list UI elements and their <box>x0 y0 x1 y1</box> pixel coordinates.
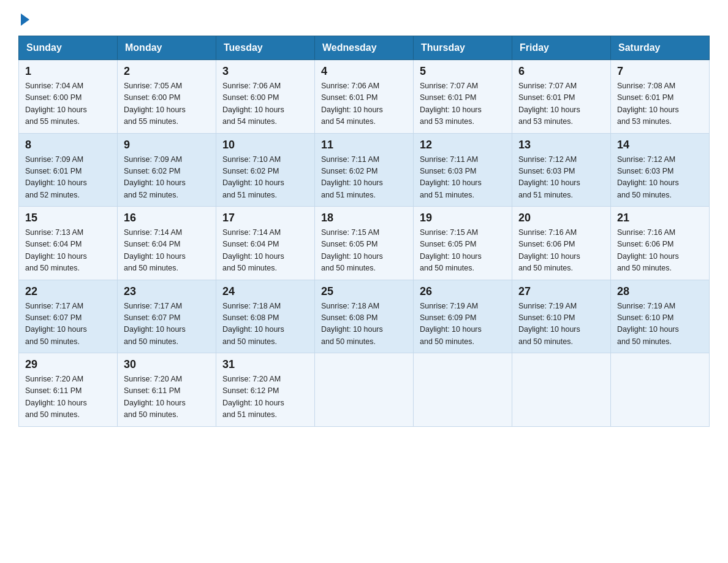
calendar-cell: 20Sunrise: 7:16 AMSunset: 6:06 PMDayligh… <box>512 207 611 280</box>
day-number: 15 <box>25 212 111 224</box>
calendar-cell: 2Sunrise: 7:05 AMSunset: 6:00 PMDaylight… <box>118 60 216 134</box>
page-header <box>18 12 710 23</box>
day-number: 2 <box>124 65 210 78</box>
column-header-saturday: Saturday <box>611 36 710 60</box>
day-info: Sunrise: 7:16 AMSunset: 6:06 PMDaylight:… <box>518 228 580 272</box>
calendar-cell: 9Sunrise: 7:09 AMSunset: 6:02 PMDaylight… <box>118 133 216 207</box>
day-info: Sunrise: 7:20 AMSunset: 6:12 PMDaylight:… <box>222 375 284 419</box>
calendar-cell: 1Sunrise: 7:04 AMSunset: 6:00 PMDaylight… <box>19 60 118 134</box>
calendar-cell: 15Sunrise: 7:13 AMSunset: 6:04 PMDayligh… <box>19 207 118 280</box>
calendar-cell: 18Sunrise: 7:15 AMSunset: 6:05 PMDayligh… <box>315 207 414 280</box>
day-number: 24 <box>222 285 308 298</box>
day-info: Sunrise: 7:10 AMSunset: 6:02 PMDaylight:… <box>222 155 284 199</box>
column-header-friday: Friday <box>512 36 611 60</box>
day-info: Sunrise: 7:20 AMSunset: 6:11 PMDaylight:… <box>25 375 87 419</box>
day-number: 19 <box>420 212 506 224</box>
calendar-cell <box>611 353 710 427</box>
calendar-table: SundayMondayTuesdayWednesdayThursdayFrid… <box>18 36 710 427</box>
day-number: 9 <box>124 139 210 151</box>
calendar-cell: 3Sunrise: 7:06 AMSunset: 6:00 PMDaylight… <box>216 60 315 134</box>
column-header-thursday: Thursday <box>414 36 512 60</box>
day-info: Sunrise: 7:07 AMSunset: 6:01 PMDaylight:… <box>518 82 580 126</box>
day-number: 18 <box>321 212 407 224</box>
day-info: Sunrise: 7:07 AMSunset: 6:01 PMDaylight:… <box>420 82 482 126</box>
column-header-monday: Monday <box>118 36 216 60</box>
day-info: Sunrise: 7:09 AMSunset: 6:01 PMDaylight:… <box>25 155 87 199</box>
calendar-cell: 19Sunrise: 7:15 AMSunset: 6:05 PMDayligh… <box>414 207 512 280</box>
day-info: Sunrise: 7:19 AMSunset: 6:10 PMDaylight:… <box>617 302 679 346</box>
calendar-cell <box>315 353 414 427</box>
day-info: Sunrise: 7:15 AMSunset: 6:05 PMDaylight:… <box>420 228 482 272</box>
day-info: Sunrise: 7:19 AMSunset: 6:10 PMDaylight:… <box>518 302 580 346</box>
calendar-cell: 29Sunrise: 7:20 AMSunset: 6:11 PMDayligh… <box>19 353 118 427</box>
day-number: 28 <box>617 285 703 298</box>
day-info: Sunrise: 7:17 AMSunset: 6:07 PMDaylight:… <box>25 302 87 346</box>
day-number: 23 <box>124 285 210 298</box>
calendar-cell: 7Sunrise: 7:08 AMSunset: 6:01 PMDaylight… <box>611 60 710 134</box>
day-info: Sunrise: 7:09 AMSunset: 6:02 PMDaylight:… <box>124 155 186 199</box>
day-number: 12 <box>420 139 506 151</box>
day-info: Sunrise: 7:12 AMSunset: 6:03 PMDaylight:… <box>518 155 580 199</box>
day-info: Sunrise: 7:19 AMSunset: 6:09 PMDaylight:… <box>420 302 482 346</box>
day-info: Sunrise: 7:06 AMSunset: 6:01 PMDaylight:… <box>321 82 383 126</box>
day-info: Sunrise: 7:05 AMSunset: 6:00 PMDaylight:… <box>124 82 186 126</box>
day-info: Sunrise: 7:04 AMSunset: 6:00 PMDaylight:… <box>25 82 87 126</box>
day-number: 27 <box>518 285 604 298</box>
column-header-sunday: Sunday <box>19 36 118 60</box>
calendar-cell: 16Sunrise: 7:14 AMSunset: 6:04 PMDayligh… <box>118 207 216 280</box>
day-info: Sunrise: 7:18 AMSunset: 6:08 PMDaylight:… <box>321 302 383 346</box>
column-header-wednesday: Wednesday <box>315 36 414 60</box>
calendar-week-row: 8Sunrise: 7:09 AMSunset: 6:01 PMDaylight… <box>19 133 710 207</box>
day-number: 10 <box>222 139 308 151</box>
day-info: Sunrise: 7:12 AMSunset: 6:03 PMDaylight:… <box>617 155 679 199</box>
column-header-tuesday: Tuesday <box>216 36 315 60</box>
calendar-week-row: 29Sunrise: 7:20 AMSunset: 6:11 PMDayligh… <box>19 353 710 427</box>
day-number: 13 <box>518 139 604 151</box>
day-info: Sunrise: 7:13 AMSunset: 6:04 PMDaylight:… <box>25 228 87 272</box>
calendar-cell: 22Sunrise: 7:17 AMSunset: 6:07 PMDayligh… <box>19 280 118 353</box>
day-number: 22 <box>25 285 111 298</box>
calendar-cell: 17Sunrise: 7:14 AMSunset: 6:04 PMDayligh… <box>216 207 315 280</box>
calendar-cell: 21Sunrise: 7:16 AMSunset: 6:06 PMDayligh… <box>611 207 710 280</box>
calendar-cell: 12Sunrise: 7:11 AMSunset: 6:03 PMDayligh… <box>414 133 512 207</box>
day-number: 25 <box>321 285 407 298</box>
day-info: Sunrise: 7:11 AMSunset: 6:03 PMDaylight:… <box>420 155 482 199</box>
calendar-cell: 23Sunrise: 7:17 AMSunset: 6:07 PMDayligh… <box>118 280 216 353</box>
day-number: 11 <box>321 139 407 151</box>
day-number: 6 <box>518 65 604 78</box>
day-info: Sunrise: 7:15 AMSunset: 6:05 PMDaylight:… <box>321 228 383 272</box>
day-number: 20 <box>518 212 604 224</box>
calendar-cell: 14Sunrise: 7:12 AMSunset: 6:03 PMDayligh… <box>611 133 710 207</box>
calendar-week-row: 1Sunrise: 7:04 AMSunset: 6:00 PMDaylight… <box>19 60 710 134</box>
day-info: Sunrise: 7:08 AMSunset: 6:01 PMDaylight:… <box>617 82 679 126</box>
day-number: 17 <box>222 212 308 224</box>
day-info: Sunrise: 7:16 AMSunset: 6:06 PMDaylight:… <box>617 228 679 272</box>
calendar-cell: 13Sunrise: 7:12 AMSunset: 6:03 PMDayligh… <box>512 133 611 207</box>
day-number: 14 <box>617 139 703 151</box>
day-info: Sunrise: 7:11 AMSunset: 6:02 PMDaylight:… <box>321 155 383 199</box>
calendar-week-row: 15Sunrise: 7:13 AMSunset: 6:04 PMDayligh… <box>19 207 710 280</box>
day-number: 1 <box>25 65 111 78</box>
day-number: 7 <box>617 65 703 78</box>
day-info: Sunrise: 7:06 AMSunset: 6:00 PMDaylight:… <box>222 82 284 126</box>
logo <box>18 12 29 23</box>
calendar-cell: 6Sunrise: 7:07 AMSunset: 6:01 PMDaylight… <box>512 60 611 134</box>
calendar-cell: 11Sunrise: 7:11 AMSunset: 6:02 PMDayligh… <box>315 133 414 207</box>
day-info: Sunrise: 7:14 AMSunset: 6:04 PMDaylight:… <box>222 228 284 272</box>
day-number: 29 <box>25 358 111 371</box>
day-number: 26 <box>420 285 506 298</box>
calendar-cell: 28Sunrise: 7:19 AMSunset: 6:10 PMDayligh… <box>611 280 710 353</box>
day-info: Sunrise: 7:20 AMSunset: 6:11 PMDaylight:… <box>124 375 186 419</box>
calendar-cell: 27Sunrise: 7:19 AMSunset: 6:10 PMDayligh… <box>512 280 611 353</box>
calendar-cell: 10Sunrise: 7:10 AMSunset: 6:02 PMDayligh… <box>216 133 315 207</box>
calendar-cell <box>512 353 611 427</box>
day-number: 21 <box>617 212 703 224</box>
calendar-cell: 31Sunrise: 7:20 AMSunset: 6:12 PMDayligh… <box>216 353 315 427</box>
calendar-header-row: SundayMondayTuesdayWednesdayThursdayFrid… <box>19 36 710 60</box>
day-number: 8 <box>25 139 111 151</box>
day-number: 16 <box>124 212 210 224</box>
calendar-week-row: 22Sunrise: 7:17 AMSunset: 6:07 PMDayligh… <box>19 280 710 353</box>
day-number: 3 <box>222 65 308 78</box>
day-number: 4 <box>321 65 407 78</box>
logo-arrow-icon <box>21 13 29 26</box>
